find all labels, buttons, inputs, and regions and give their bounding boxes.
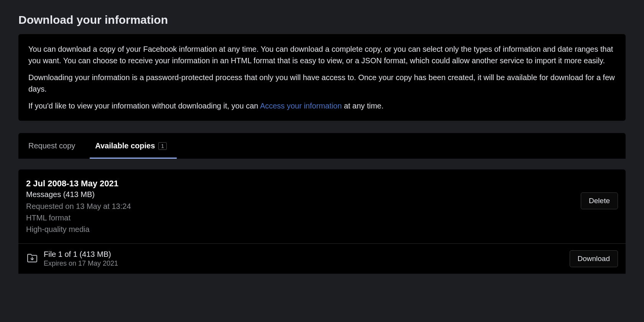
file-name: File 1 of 1 (413 MB) [44,250,118,259]
tab-available-copies[interactable]: Available copies 1 [85,133,177,159]
info-p3-after: at any time. [342,102,384,110]
access-info-link[interactable]: Access your information [260,102,342,110]
file-left: File 1 of 1 (413 MB) Expires on 17 May 2… [26,250,118,268]
file-expires: Expires on 17 May 2021 [44,260,118,268]
info-paragraph-1: You can download a copy of your Facebook… [28,43,616,66]
folder-download-icon [26,251,38,264]
copy-requested-time: Requested on 13 May at 13:24 [26,200,581,212]
download-button[interactable]: Download [570,250,618,267]
info-paragraph-3: If you'd like to view your information w… [28,100,616,112]
available-copies-count-badge: 1 [158,142,167,150]
copy-format: HTML format [26,212,581,223]
info-paragraph-2: Downloading your information is a passwo… [28,72,616,95]
copy-card: 2 Jul 2008-13 May 2021 Messages (413 MB)… [18,169,626,274]
file-row: File 1 of 1 (413 MB) Expires on 17 May 2… [18,244,626,274]
file-info: File 1 of 1 (413 MB) Expires on 17 May 2… [44,250,118,268]
tabs-bar: Request copy Available copies 1 [18,133,626,159]
copy-content-summary: Messages (413 MB) [26,190,581,199]
page-title: Download your information [18,13,626,26]
copy-header: 2 Jul 2008-13 May 2021 Messages (413 MB)… [18,169,626,244]
copy-date-range: 2 Jul 2008-13 May 2021 [26,179,581,189]
copy-info: 2 Jul 2008-13 May 2021 Messages (413 MB)… [26,179,581,235]
copy-media-quality: High-quality media [26,223,581,235]
tab-available-copies-label: Available copies [95,141,155,150]
delete-button[interactable]: Delete [581,192,618,209]
info-card: You can download a copy of your Facebook… [18,34,626,121]
info-p3-before: If you'd like to view your information w… [28,102,260,110]
tab-request-copy-label: Request copy [28,141,75,150]
tab-request-copy[interactable]: Request copy [18,133,85,159]
